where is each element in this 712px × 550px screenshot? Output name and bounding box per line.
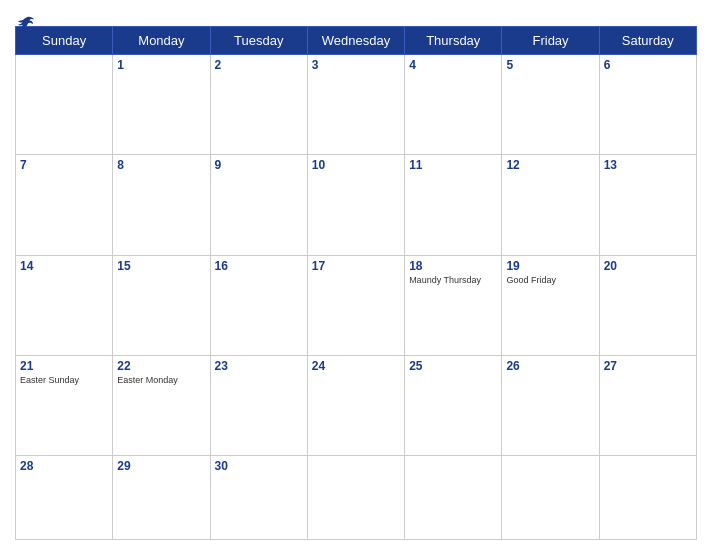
day-number: 12 — [506, 158, 594, 172]
weekday-header-monday: Monday — [113, 27, 210, 55]
calendar-cell: 26 — [502, 356, 599, 456]
holiday-name: Easter Monday — [117, 375, 205, 386]
calendar-week-row: 78910111213 — [16, 155, 697, 255]
calendar-header — [15, 10, 697, 18]
day-number: 4 — [409, 58, 497, 72]
calendar-week-row: 123456 — [16, 55, 697, 155]
day-number: 22 — [117, 359, 205, 373]
day-number: 20 — [604, 259, 692, 273]
weekday-header-wednesday: Wednesday — [307, 27, 404, 55]
calendar-cell — [16, 55, 113, 155]
calendar-cell: 1 — [113, 55, 210, 155]
calendar-cell: 30 — [210, 456, 307, 540]
calendar-cell: 12 — [502, 155, 599, 255]
calendar-cell: 9 — [210, 155, 307, 255]
day-number: 23 — [215, 359, 303, 373]
calendar-page: SundayMondayTuesdayWednesdayThursdayFrid… — [0, 0, 712, 550]
calendar-cell: 14 — [16, 255, 113, 355]
day-number: 11 — [409, 158, 497, 172]
calendar-cell: 11 — [405, 155, 502, 255]
calendar-cell — [307, 456, 404, 540]
day-number: 25 — [409, 359, 497, 373]
calendar-cell: 6 — [599, 55, 696, 155]
calendar-cell: 3 — [307, 55, 404, 155]
calendar-cell: 4 — [405, 55, 502, 155]
day-number: 14 — [20, 259, 108, 273]
calendar-week-row: 21Easter Sunday22Easter Monday2324252627 — [16, 356, 697, 456]
calendar-cell: 27 — [599, 356, 696, 456]
day-number: 8 — [117, 158, 205, 172]
day-number: 9 — [215, 158, 303, 172]
day-number: 27 — [604, 359, 692, 373]
calendar-cell: 16 — [210, 255, 307, 355]
day-number: 24 — [312, 359, 400, 373]
calendar-cell: 28 — [16, 456, 113, 540]
calendar-cell: 10 — [307, 155, 404, 255]
calendar-cell: 15 — [113, 255, 210, 355]
calendar-table: SundayMondayTuesdayWednesdayThursdayFrid… — [15, 26, 697, 540]
day-number: 17 — [312, 259, 400, 273]
day-number: 13 — [604, 158, 692, 172]
weekday-header-row: SundayMondayTuesdayWednesdayThursdayFrid… — [16, 27, 697, 55]
calendar-cell: 7 — [16, 155, 113, 255]
calendar-cell: 25 — [405, 356, 502, 456]
day-number: 21 — [20, 359, 108, 373]
calendar-cell: 2 — [210, 55, 307, 155]
calendar-cell: 17 — [307, 255, 404, 355]
calendar-week-row: 282930 — [16, 456, 697, 540]
holiday-name: Good Friday — [506, 275, 594, 286]
calendar-cell: 5 — [502, 55, 599, 155]
day-number: 3 — [312, 58, 400, 72]
day-number: 10 — [312, 158, 400, 172]
calendar-cell: 22Easter Monday — [113, 356, 210, 456]
day-number: 30 — [215, 459, 303, 473]
day-number: 18 — [409, 259, 497, 273]
calendar-cell: 18Maundy Thursday — [405, 255, 502, 355]
calendar-cell: 29 — [113, 456, 210, 540]
weekday-header-thursday: Thursday — [405, 27, 502, 55]
calendar-cell: 20 — [599, 255, 696, 355]
day-number: 15 — [117, 259, 205, 273]
day-number: 6 — [604, 58, 692, 72]
day-number: 7 — [20, 158, 108, 172]
calendar-cell: 21Easter Sunday — [16, 356, 113, 456]
calendar-cell — [502, 456, 599, 540]
holiday-name: Easter Sunday — [20, 375, 108, 386]
calendar-cell: 19Good Friday — [502, 255, 599, 355]
day-number: 16 — [215, 259, 303, 273]
day-number: 28 — [20, 459, 108, 473]
weekday-header-friday: Friday — [502, 27, 599, 55]
calendar-week-row: 1415161718Maundy Thursday19Good Friday20 — [16, 255, 697, 355]
calendar-cell: 23 — [210, 356, 307, 456]
day-number: 19 — [506, 259, 594, 273]
day-number: 29 — [117, 459, 205, 473]
weekday-header-sunday: Sunday — [16, 27, 113, 55]
weekday-header-tuesday: Tuesday — [210, 27, 307, 55]
calendar-cell: 13 — [599, 155, 696, 255]
calendar-cell: 8 — [113, 155, 210, 255]
calendar-cell — [405, 456, 502, 540]
calendar-cell — [599, 456, 696, 540]
holiday-name: Maundy Thursday — [409, 275, 497, 286]
day-number: 2 — [215, 58, 303, 72]
day-number: 1 — [117, 58, 205, 72]
weekday-header-saturday: Saturday — [599, 27, 696, 55]
day-number: 26 — [506, 359, 594, 373]
logo-bird-icon — [17, 16, 35, 30]
day-number: 5 — [506, 58, 594, 72]
calendar-cell: 24 — [307, 356, 404, 456]
